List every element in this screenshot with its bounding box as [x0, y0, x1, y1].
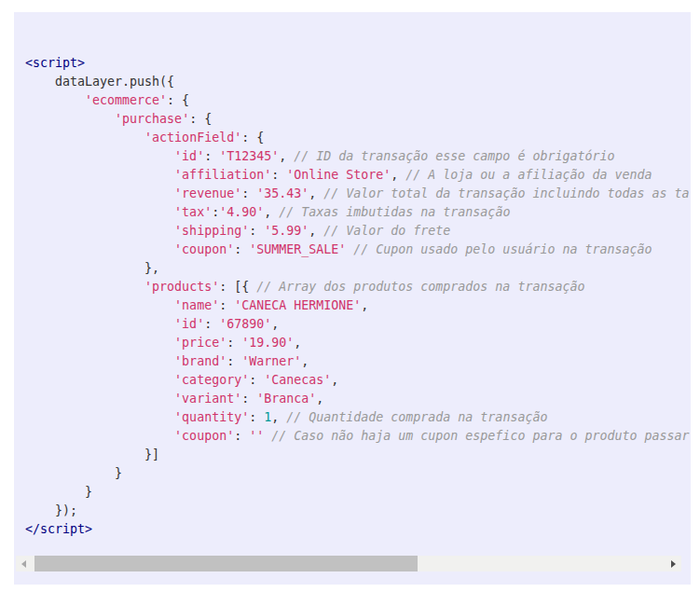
code-token: [25, 186, 174, 200]
code-token: :: [219, 298, 234, 312]
code-line: 'quantity': 1, // Quantidade comprada na…: [25, 408, 690, 427]
string-token: 'Branca': [256, 392, 316, 406]
code-token: ,: [271, 410, 286, 424]
code-token: [25, 373, 174, 387]
string-token: '4.90': [219, 205, 264, 219]
code-token: :: [249, 410, 264, 424]
code-token: ,: [294, 336, 301, 350]
code-token: :: [241, 186, 256, 200]
code-token: [25, 410, 174, 424]
code-line: 'price': '19.90',: [25, 334, 690, 352]
code-line: 'id': '67890',: [25, 315, 690, 334]
scrollbar-right-arrow-button[interactable]: [666, 556, 681, 571]
code-line: }]: [25, 446, 690, 464]
string-token: 'products': [144, 280, 219, 294]
comment-token: // Array dos produtos comprados na trans…: [256, 280, 584, 294]
string-token: '5.99': [264, 224, 309, 238]
code-token: [25, 93, 85, 107]
code-token: [264, 429, 271, 443]
code-token: [25, 149, 174, 163]
code-line: 'revenue': '35.43', // Valor total da tr…: [25, 185, 690, 203]
string-token: 'shipping': [174, 224, 249, 238]
code-line: dataLayer.push({: [25, 73, 690, 91]
code-line: 'affiliation': 'Online Store', // A loja…: [25, 166, 690, 185]
code-line: 'coupon': 'SUMMER_SALE' // Cupon usado p…: [25, 241, 690, 259]
string-token: 'id': [174, 149, 204, 163]
code-line: 'coupon': '' // Caso não haja um cupon e…: [25, 427, 690, 446]
code-line: 'name': 'CANECA HERMIONE',: [25, 296, 690, 315]
code-line: }: [25, 464, 690, 483]
code-line: 'id': 'T12345', // ID da transação esse …: [25, 147, 690, 166]
code-token: [25, 224, 174, 238]
string-token: 'Canecas': [264, 373, 331, 387]
string-token: 'T12345': [219, 149, 279, 163]
string-token: 'coupon': [174, 429, 234, 443]
string-token: 'purchase': [115, 112, 189, 126]
code-line: 'variant': 'Branca',: [25, 390, 690, 408]
comment-token: // Caso não haja um cupon espefico para …: [271, 429, 689, 443]
string-token: 'ecommerce': [85, 93, 167, 107]
code-token: [25, 112, 115, 126]
horizontal-scrollbar[interactable]: [16, 556, 681, 571]
string-token: 'revenue': [174, 186, 241, 200]
tag-token: <script>: [25, 56, 85, 70]
code-line: 'purchase': {: [25, 110, 690, 129]
scrollbar-thumb[interactable]: [34, 556, 418, 571]
string-token: 'quantity': [174, 410, 249, 424]
comment-token: // Valor total da transação incluindo to…: [323, 186, 689, 200]
string-token: 'coupon': [174, 242, 234, 256]
code-line: </script>: [25, 520, 690, 539]
code-token: },: [25, 261, 159, 275]
code-token: : {: [167, 93, 189, 107]
string-token: 'tax': [174, 205, 212, 219]
code-token: :: [204, 149, 219, 163]
string-token: 'category': [174, 373, 249, 387]
code-token: ,: [309, 186, 323, 200]
code-line: <script>: [25, 54, 690, 73]
code-token: ,: [309, 224, 323, 238]
code-token: [25, 317, 174, 331]
code-line: });: [25, 502, 690, 520]
code-token: [25, 298, 174, 312]
code-token: ,: [264, 205, 279, 219]
string-token: 'price': [174, 336, 226, 350]
comment-token: // A loja ou a afiliação da venda: [405, 168, 652, 182]
code-line: }: [25, 483, 690, 502]
code-line: 'brand': 'Warner',: [25, 352, 690, 371]
code-token: ,: [279, 149, 294, 163]
code-token: [25, 242, 174, 256]
code-token: :: [226, 354, 241, 368]
code-block: <script> dataLayer.push({ 'ecommerce': {…: [25, 54, 690, 539]
string-token: 'affiliation': [174, 168, 271, 182]
string-token: 'name': [174, 298, 219, 312]
string-token: 'variant': [174, 392, 241, 406]
code-token: :: [212, 205, 219, 219]
comment-token: // Valor do frete: [323, 224, 450, 238]
code-token: ,: [271, 317, 279, 331]
code-token: ,: [391, 168, 405, 182]
string-token: 'Warner': [241, 354, 301, 368]
code-token: [25, 429, 174, 443]
string-token: 'id': [174, 317, 204, 331]
code-token: [25, 131, 144, 145]
code-token: }]: [25, 447, 159, 461]
string-token: '67890': [219, 317, 271, 331]
code-line: 'actionField': {: [25, 129, 690, 147]
comment-token: // Cupon usado pelo usuário na transação: [353, 242, 652, 256]
code-token: [25, 336, 174, 350]
code-token: ,: [301, 354, 309, 368]
code-token: ,: [361, 298, 368, 312]
code-token: : {: [189, 112, 212, 126]
scrollbar-left-arrow-button[interactable]: [16, 556, 32, 571]
code-line: 'products': [{ // Array dos produtos com…: [25, 278, 690, 296]
string-token: '19.90': [241, 336, 294, 350]
code-token: : {: [241, 131, 264, 145]
code-token: });: [25, 503, 77, 517]
string-token: 'brand': [174, 354, 226, 368]
code-line: 'tax':'4.90', // Taxas imbutidas na tran…: [25, 203, 690, 222]
code-line: },: [25, 259, 690, 278]
string-token: 'Online Store': [286, 168, 391, 182]
code-token: :: [234, 242, 249, 256]
code-token: [25, 280, 144, 294]
code-token: :: [204, 317, 219, 331]
